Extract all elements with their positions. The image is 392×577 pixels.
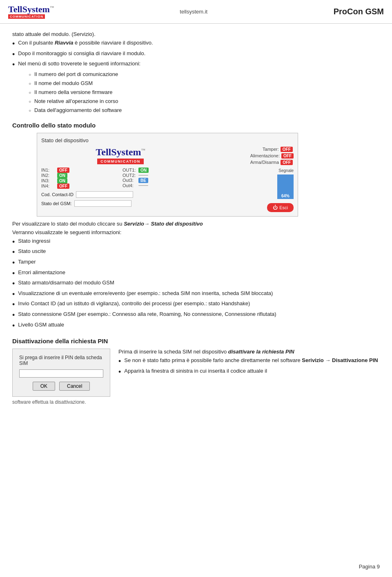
info-bullet-5: • Stato armato/disarmato del modulo GSM [12, 280, 380, 288]
alimentazione-badge: OFF [281, 153, 294, 159]
cod-contact-input [76, 191, 133, 198]
out2-label: OUT2: [122, 173, 137, 178]
info-bullet-9: • Livello GSM attuale [12, 322, 380, 331]
sub-bullets-list: ○ Il numero del port di comunicazione ○ … [20, 71, 380, 114]
logo-tellsystem: TellSystem™ [8, 5, 54, 14]
circle-3: ○ [29, 89, 31, 96]
signal-label: Segnale [278, 168, 294, 173]
info-bullet-2: • Stato uscite [12, 248, 380, 257]
esci-button[interactable]: Esci [267, 203, 294, 212]
logo-area: TellSystem™ COMMUNICATION [8, 5, 54, 19]
device-logo-comm: COMMUNICATION [97, 159, 143, 164]
sub-bullet-4-text: Note relative all'operazione in corso [34, 98, 118, 104]
info-dot-4: • [12, 269, 15, 278]
circle-5: ○ [29, 107, 31, 114]
para-verranno: Verranno visualizzate le seguenti inform… [12, 229, 380, 235]
out3-label: Out3: [122, 178, 137, 183]
device-right-col: Tamper: OFF Alimentazione: OFF Arma/Disa… [204, 147, 294, 212]
info-6-text: Visualizzazione di un eventuale errore/e… [18, 290, 273, 296]
in4-badge: OFF [57, 183, 69, 189]
info-dot-1: • [12, 238, 15, 247]
info-2-text: Stato uscite [18, 248, 46, 254]
info-bullet-1: • Stato ingressi [12, 238, 380, 247]
pin-dialog-input[interactable] [19, 369, 103, 378]
info-1-text: Stato ingressi [18, 238, 50, 244]
pin-dot-1: • [118, 357, 121, 366]
tamper-badge: OFF [281, 147, 293, 152]
in3-label: IN3: [41, 178, 56, 183]
info-4-text: Errori alimentazione [18, 269, 65, 275]
stato-gsm-label: Stato del GSM: [41, 201, 72, 206]
info-bullet-6: • Visualizzazione di un eventuale errore… [12, 290, 380, 299]
outputs-col: OUT1: ON OUT2: Out3: BE Out4: [122, 168, 200, 189]
arma-badge: OFF [281, 160, 293, 165]
info-5-text: Stato armato/disarmato del modulo GSM [18, 280, 114, 286]
in4-row: IN4: OFF [41, 183, 118, 189]
in2-row: IN2: ON [41, 173, 118, 178]
cod-contact-row: Cod. Contact-ID [41, 191, 200, 198]
device-logo-tell: TellSystem™ [41, 147, 200, 158]
pin-dot-2: • [118, 368, 121, 377]
sub-bullet-4: ○ Note relative all'operazione in corso [20, 98, 380, 105]
device-box-inner: TellSystem™ COMMUNICATION IN1: OFF IN2: [41, 147, 294, 212]
info-bullets-list: • Stato ingressi • Stato uscite • Tamper… [12, 238, 380, 330]
stato-gsm-input [74, 200, 131, 207]
serivizio-pin-link: Serivizio → Disattivazione PIN [302, 357, 378, 363]
bullet-monitoraggio: • Dopo il monitoraggio si consiglia di r… [12, 50, 380, 59]
page-header: TellSystem™ COMMUNICATION tellsystem.it … [0, 0, 392, 24]
section-controllo-heading: Controllo dello stato modulo [12, 122, 380, 129]
pin-dialog-box: Si prega di inserire il PIN della scheda… [12, 349, 110, 397]
device-status-box: Stato del dispositivo TellSystem™ COMMUN… [37, 133, 298, 217]
in2-badge: ON [57, 173, 67, 178]
sub-bullet-2: ○ Il nome del modulo GSM [20, 80, 380, 87]
in1-badge: OFF [57, 168, 69, 173]
out1-row: OUT1: ON [122, 168, 200, 173]
servizio-stato-link: Servizio→ Stato del dispositivo [124, 221, 203, 227]
device-logo: TellSystem™ COMMUNICATION [41, 147, 200, 164]
pin-disattivare: disattivare la richiesta PIN [228, 349, 294, 355]
in1-label: IN1: [41, 168, 56, 172]
pin-bullet-1-text: Se non è stato fatto prima è possibile f… [124, 357, 378, 363]
in4-label: IN4: [41, 183, 56, 188]
pin-bullet-1: • Se non è stato fatto prima è possibile… [118, 357, 380, 366]
in3-row: IN3: ON [41, 178, 118, 183]
info-3-text: Tamper [18, 259, 36, 265]
pin-dialog-label: Si prega di inserire il PIN della scheda… [19, 355, 103, 366]
inputs-col: IN1: OFF IN2: ON IN3: ON IN4: [41, 168, 118, 189]
in3-badge: ON [57, 178, 67, 183]
info-dot-8: • [12, 311, 15, 320]
out1-badge: ON [138, 168, 149, 173]
bullet-menu: • Nel menù di sotto troverete le seguent… [12, 60, 380, 69]
riavvia-word: Riavvia [55, 40, 74, 46]
sub-bullet-2-text: Il nome del modulo GSM [34, 80, 93, 86]
device-box-title: Stato del dispositivo [41, 137, 294, 143]
pin-bullet-2-text: Apparirà la finestra di sinistra in cui … [124, 368, 267, 374]
out4-badge [138, 185, 148, 186]
info-7-text: Invio Contact ID (ad un istituto di vigi… [18, 300, 250, 306]
bullet-dot-1: • [12, 40, 15, 49]
out3-badge: BE [138, 178, 148, 183]
pin-ok-button[interactable]: OK [33, 382, 55, 391]
info-bullet-8: • Stato connessione GSM (per esempio.: C… [12, 311, 380, 320]
logo-system-text: System [22, 4, 50, 14]
io-grid: IN1: OFF IN2: ON IN3: ON IN4: [41, 168, 200, 189]
page-footer: Pagina 9 [359, 564, 380, 570]
sub-bullet-1: ○ Il numero del port di comunicazione [20, 71, 380, 78]
out2-row: OUT2: [122, 173, 200, 178]
alimentazione-row: Alimentazione: OFF [250, 153, 294, 159]
signal-bar: 64% [277, 174, 294, 199]
info-dot-5: • [12, 280, 15, 288]
out4-label: Out4: [122, 183, 137, 188]
cod-contact-label: Cod. Contact-ID [41, 192, 74, 197]
esci-btn-area: Esci [267, 203, 294, 212]
right-status-col: Tamper: OFF Alimentazione: OFF Arma/Disa… [250, 147, 294, 165]
pin-cancel-button[interactable]: Cancel [59, 382, 90, 391]
info-9-text: Livello GSM attuale [18, 322, 64, 328]
bullet-riavvia-text: Con il pulsante Riavvia è possibile riav… [18, 40, 153, 46]
bullet-riavvia: • Con il pulsante Riavvia è possibile ri… [12, 40, 380, 49]
main-content: stato attuale del modulo. (Servizio). • … [0, 24, 392, 429]
in1-row: IN1: OFF [41, 168, 118, 173]
out4-row: Out4: [122, 183, 200, 188]
bullet-dot-2: • [12, 50, 15, 59]
sub-bullet-5: ○ Data dell'aggiornamento del software [20, 107, 380, 114]
